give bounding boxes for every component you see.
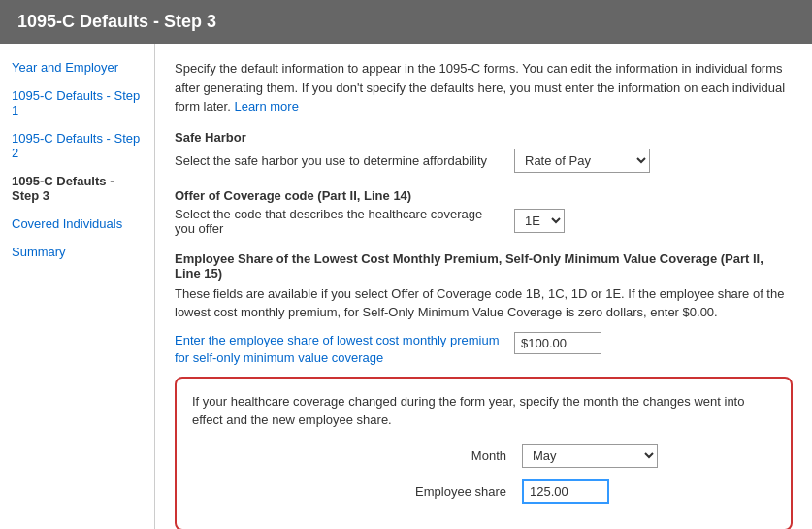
employee-share-change-label: Employee share bbox=[192, 484, 522, 499]
offer-coverage-select[interactable]: 1A 1B 1C 1D 1E 1F 1G 1H 1I bbox=[514, 209, 565, 233]
safe-harbor-select[interactable]: Rate of Pay W-2 Wages Federal Poverty Li… bbox=[514, 149, 650, 173]
employee-share-label: Enter the employee share of lowest cost … bbox=[175, 332, 504, 367]
month-select[interactable]: January February March April May June Ju… bbox=[522, 444, 658, 468]
intro-text: Specify the default information to appea… bbox=[175, 59, 793, 116]
safe-harbor-section: Safe Harbor Select the safe harbor you u… bbox=[175, 130, 793, 173]
sidebar-item-step1[interactable]: 1095-C Defaults - Step 1 bbox=[0, 82, 154, 124]
month-label: Month bbox=[192, 448, 522, 463]
employee-share-change-input[interactable] bbox=[522, 479, 609, 504]
safe-harbor-title: Safe Harbor bbox=[175, 130, 793, 145]
sidebar: Year and Employer 1095-C Defaults - Step… bbox=[0, 44, 155, 529]
sidebar-item-summary[interactable]: Summary bbox=[0, 238, 154, 266]
safe-harbor-input-wrapper: Rate of Pay W-2 Wages Federal Poverty Li… bbox=[514, 149, 650, 173]
sidebar-item-year-employer[interactable]: Year and Employer bbox=[0, 53, 154, 82]
employee-share-change-row: Employee share bbox=[192, 479, 775, 504]
offer-coverage-input-wrapper: 1A 1B 1C 1D 1E 1F 1G 1H 1I bbox=[514, 209, 565, 233]
coverage-change-box: If your healthcare coverage changed duri… bbox=[175, 377, 793, 529]
coverage-change-description: If your healthcare coverage changed duri… bbox=[192, 392, 775, 430]
page-title: 1095-C Defaults - Step 3 bbox=[17, 12, 216, 31]
safe-harbor-description: Select the safe harbor you use to determ… bbox=[175, 153, 504, 168]
employee-share-title: Employee Share of the Lowest Cost Monthl… bbox=[175, 251, 793, 281]
main-content: Specify the default information to appea… bbox=[155, 44, 812, 529]
sidebar-item-step3[interactable]: 1095-C Defaults - Step 3 bbox=[0, 167, 154, 210]
sidebar-item-covered[interactable]: Covered Individuals bbox=[0, 210, 154, 238]
employee-share-input-wrapper bbox=[514, 332, 601, 354]
page-header: 1095-C Defaults - Step 3 bbox=[0, 0, 812, 44]
month-row: Month January February March April May J… bbox=[192, 444, 775, 468]
learn-more-link[interactable]: Learn more bbox=[234, 99, 298, 114]
offer-coverage-section: Offer of Coverage code (Part II, Line 14… bbox=[175, 188, 793, 236]
employee-share-note: These fields are available if you select… bbox=[175, 284, 793, 322]
employee-share-section: Employee Share of the Lowest Cost Monthl… bbox=[175, 251, 793, 530]
employee-share-input[interactable] bbox=[514, 332, 601, 354]
sidebar-item-step2[interactable]: 1095-C Defaults - Step 2 bbox=[0, 124, 154, 167]
offer-coverage-title: Offer of Coverage code (Part II, Line 14… bbox=[175, 188, 793, 203]
offer-coverage-description: Select the code that describes the healt… bbox=[175, 207, 504, 236]
